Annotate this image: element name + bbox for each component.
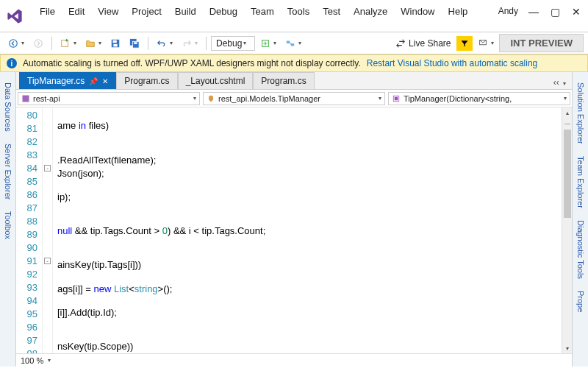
code-line[interactable]: [i]].Add(tip.Id); [57,306,562,319]
member-combo[interactable]: TipManager(Dictionary<string, ▾ [388,92,570,105]
code-line[interactable] [57,272,562,282]
svg-point-1 [35,39,43,47]
fold-toggle[interactable]: - [44,165,51,171]
notifications-button[interactable]: ▾ [474,35,498,52]
scroll-thumb[interactable] [564,130,571,218]
filter-button[interactable] [456,36,473,51]
panel-tab-server-explorer[interactable]: Server Explorer [2,138,14,205]
minimize-button[interactable]: — [526,6,542,18]
scroll-up-button[interactable]: ▴ [562,107,572,118]
svg-point-0 [10,39,18,47]
fold-gutter[interactable]: -- [43,107,53,353]
line-number: 83 [16,149,37,162]
maximize-button[interactable]: ▢ [548,6,563,18]
code-line[interactable] [57,143,562,153]
liveshare-button[interactable]: Live Share [391,37,455,50]
fold-toggle[interactable]: - [44,258,51,264]
vertical-scrollbar[interactable]: ▴ — ▾ [562,107,572,353]
menu-view[interactable]: View [92,3,124,20]
menu-team[interactable]: Team [245,3,280,20]
panel-tab-solution-explorer[interactable]: Solution Explorer [575,77,587,150]
panel-tab-team-explorer[interactable]: Team Explorer [575,150,587,214]
menu-project[interactable]: Project [126,3,167,20]
code-line[interactable] [57,109,562,119]
code-line[interactable]: ame in files) [57,119,562,132]
config-combo[interactable]: Debug ▾ [211,36,255,51]
redo-button[interactable]: ▾ [178,35,201,52]
split-button[interactable]: — [562,118,572,128]
menu-file[interactable]: File [34,3,61,20]
code-line[interactable] [57,248,562,258]
nav-back-button[interactable]: ▾ [4,35,28,52]
document-tab[interactable]: TipManager.cs📌✕ [19,72,116,89]
menu-build[interactable]: Build [169,3,202,20]
code-line[interactable] [57,296,562,306]
code-nav-bar: rest-api ▾ rest_api.Models.TipManager ▾ … [16,90,572,107]
code-line[interactable]: Json(json); [57,167,562,180]
code-line[interactable]: nsKey(tip.Scope)) [57,340,562,353]
code-content[interactable]: ame in files).ReadAllText(filename);Json… [53,107,562,353]
code-line[interactable]: ip); [57,191,562,204]
line-number: 87 [16,202,37,215]
pin-icon[interactable]: 📌 [89,77,98,85]
chevron-down-icon: ▾ [72,40,76,46]
code-line[interactable] [57,238,562,248]
extension-button[interactable]: ▾ [257,35,280,52]
code-line[interactable]: ainsKey(tip.Tags[i])) [57,258,562,272]
code-line[interactable]: ags[i]] = new List<string>(); [57,283,562,296]
panel-tab-data-sources[interactable]: Data Sources [2,77,14,138]
menu-analyze[interactable]: Analyze [348,3,393,20]
panel-tab-diagnostic-tools[interactable]: Diagnostic Tools [575,214,587,285]
menu-window[interactable]: Window [395,3,440,20]
line-number: 91 [16,255,37,268]
close-tab-icon[interactable]: ✕ [102,77,108,85]
open-file-button[interactable]: ▾ [82,35,105,52]
process-button[interactable]: ▾ [282,35,305,52]
save-all-button[interactable] [126,35,143,52]
main-toolbar: ▾ ▾ ▾ ▾ ▾ Debug ▾ ▾ ▾ Live Share [0,32,588,54]
tab-overflow-button[interactable]: ‹‹ ▾ [551,76,569,89]
code-line[interactable] [57,204,562,214]
panel-tab-toolbox[interactable]: Toolbox [2,205,14,245]
code-line[interactable] [57,180,562,191]
undo-button[interactable]: ▾ [153,35,176,52]
document-tab-bar: TipManager.cs📌✕Program.cs_Layout.cshtmlP… [16,72,572,90]
close-button[interactable]: ✕ [569,6,584,18]
menu-edit[interactable]: Edit [62,3,90,20]
class-combo[interactable]: rest_api.Models.TipManager ▾ [203,92,385,105]
document-tab[interactable]: Program.cs [253,72,314,89]
svg-rect-4 [113,40,117,43]
info-link[interactable]: Restart Visual Studio with automatic sca… [367,58,538,68]
user-name[interactable]: Andy [494,3,526,16]
chevron-down-icon: ▾ [297,40,301,46]
code-line[interactable] [57,330,562,340]
menu-test[interactable]: Test [317,3,346,20]
chevron-down-icon: ▾ [20,40,24,46]
line-number: 90 [16,241,37,255]
code-line[interactable] [57,214,562,224]
save-button[interactable] [107,35,124,52]
nav-forward-button[interactable] [29,35,47,52]
code-line[interactable]: null && tip.Tags.Count > 0) && i < tip.T… [57,224,562,238]
code-editor[interactable]: 8081828384858687888990919293949596979899… [16,107,572,353]
panel-tab-prope[interactable]: Prope [575,285,587,318]
preview-badge[interactable]: INT PREVIEW [499,34,584,52]
svg-rect-15 [395,96,398,100]
menu-help[interactable]: Help [442,3,474,20]
line-number: 80 [16,109,37,122]
chevron-down-icon: ▾ [97,40,101,46]
code-line[interactable] [57,319,562,330]
code-line[interactable] [57,132,562,143]
zoom-combo[interactable]: 100 % ▾ [16,353,572,367]
project-combo[interactable]: rest-api ▾ [18,92,200,105]
line-number: 96 [16,321,37,334]
menu-debug[interactable]: Debug [204,3,243,20]
code-line[interactable]: .ReadAllText(filename); [57,154,562,167]
line-number: 85 [16,175,37,188]
document-tab[interactable]: _Layout.cshtml [178,72,254,89]
scroll-down-button[interactable]: ▾ [562,343,572,353]
new-project-button[interactable]: ▾ [57,35,80,52]
tab-label: Program.cs [124,76,169,86]
menu-tools[interactable]: Tools [282,3,315,20]
document-tab[interactable]: Program.cs [116,72,177,89]
